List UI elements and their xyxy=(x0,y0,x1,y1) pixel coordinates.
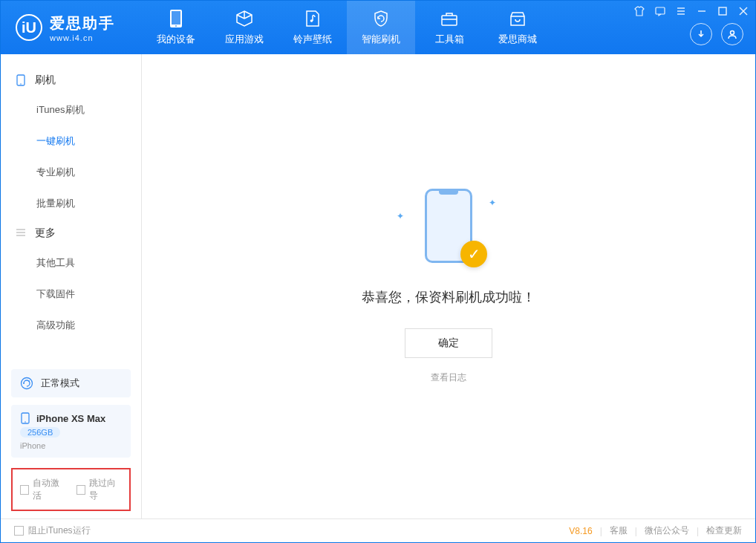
svg-rect-6 xyxy=(656,7,665,14)
sidebar-item-other-tools[interactable]: 其他工具 xyxy=(16,247,126,279)
sidebar-section-flash: 刷机 xyxy=(16,66,126,94)
view-log-link[interactable]: 查看日志 xyxy=(431,371,466,384)
sidebar: 刷机 iTunes刷机 一键刷机 专业刷机 批量刷机 更多 其他工具 下载固件 … xyxy=(1,54,142,518)
feedback-icon[interactable] xyxy=(654,5,666,17)
main-content: ✦ ✦ ✓ 恭喜您，保资料刷机成功啦！ 确定 查看日志 xyxy=(142,54,755,518)
checkbox-icon xyxy=(20,485,29,495)
app-name: 爱思助手 xyxy=(50,13,115,33)
sparkle-icon: ✦ xyxy=(397,211,404,221)
svg-point-21 xyxy=(23,383,25,384)
svg-point-2 xyxy=(175,25,177,27)
download-button[interactable] xyxy=(690,23,712,45)
svg-point-20 xyxy=(22,378,33,389)
sidebar-item-itunes-flash[interactable]: iTunes刷机 xyxy=(16,94,126,126)
footer-link-support[interactable]: 客服 xyxy=(610,524,628,537)
mode-label: 正常模式 xyxy=(41,377,79,390)
block-itunes-label[interactable]: 阻止iTunes运行 xyxy=(28,524,91,537)
window-controls xyxy=(633,5,749,17)
app-site: www.i4.cn xyxy=(50,33,115,42)
sidebar-item-download-firmware[interactable]: 下载固件 xyxy=(16,279,126,310)
tab-toolbox[interactable]: 工具箱 xyxy=(415,1,483,54)
sparkle-icon: ✦ xyxy=(489,198,496,208)
maximize-icon[interactable] xyxy=(717,5,729,17)
sidebar-item-batch-flash[interactable]: 批量刷机 xyxy=(16,188,126,219)
sidebar-section-more: 更多 xyxy=(16,219,126,247)
toolbox-icon xyxy=(440,9,459,28)
tab-ringtones-wallpapers[interactable]: 铃声壁纸 xyxy=(278,1,347,54)
mode-box[interactable]: 正常模式 xyxy=(11,369,131,397)
shield-refresh-icon xyxy=(371,9,391,28)
user-button[interactable] xyxy=(721,23,743,45)
list-icon xyxy=(16,227,27,239)
svg-rect-11 xyxy=(719,7,726,15)
svg-point-22 xyxy=(28,380,30,382)
success-illustration: ✦ ✦ ✓ xyxy=(397,189,501,270)
svg-point-24 xyxy=(25,421,26,423)
device-type: iPhone xyxy=(20,441,122,450)
checkbox-skip-guide[interactable]: 跳过向导 xyxy=(76,477,123,502)
tab-store[interactable]: 爱思商城 xyxy=(483,1,552,54)
music-file-icon xyxy=(303,9,322,28)
menu-icon[interactable] xyxy=(675,5,687,17)
device-box[interactable]: iPhone XS Max 256GB iPhone xyxy=(11,405,131,458)
minimize-icon[interactable] xyxy=(696,5,708,17)
svg-point-16 xyxy=(20,83,22,85)
close-icon[interactable] xyxy=(737,5,749,17)
device-phone-icon xyxy=(20,412,30,424)
svg-rect-1 xyxy=(172,11,180,25)
footer-link-update[interactable]: 检查更新 xyxy=(706,524,742,537)
cube-icon xyxy=(235,9,254,28)
svg-point-14 xyxy=(731,31,734,35)
shirt-icon[interactable] xyxy=(633,5,645,17)
footer-link-wechat[interactable]: 微信公众号 xyxy=(645,524,689,537)
success-message: 恭喜您，保资料刷机成功啦！ xyxy=(362,288,535,306)
tab-smart-flash[interactable]: 智能刷机 xyxy=(347,1,415,54)
tab-apps-games[interactable]: 应用游戏 xyxy=(210,1,278,54)
checkbox-icon xyxy=(76,485,85,495)
checkbox-auto-activate[interactable]: 自动激活 xyxy=(20,477,66,502)
app-logo-icon: iU xyxy=(16,14,42,41)
header-action-buttons xyxy=(690,23,743,45)
checkbox-icon[interactable] xyxy=(14,526,24,536)
tab-my-device[interactable]: 我的设备 xyxy=(142,1,210,54)
logo-area: iU 爱思助手 www.i4.cn xyxy=(1,13,142,42)
statusbar: 阻止iTunes运行 V8.16 | 客服 | 微信公众号 | 检查更新 xyxy=(1,518,755,542)
svg-point-3 xyxy=(310,19,313,22)
success-check-icon: ✓ xyxy=(460,241,487,267)
sidebar-item-pro-flash[interactable]: 专业刷机 xyxy=(16,157,126,188)
app-window: iU 爱思助手 www.i4.cn 我的设备 应用游戏 铃声壁纸 智能刷机 xyxy=(0,0,756,543)
device-icon xyxy=(166,9,186,28)
highlighted-options: 自动激活 跳过向导 xyxy=(11,468,131,511)
sidebar-item-oneclick-flash[interactable]: 一键刷机 xyxy=(16,126,126,157)
nav-tabs: 我的设备 应用游戏 铃声壁纸 智能刷机 工具箱 爱思商城 xyxy=(142,1,552,54)
device-capacity: 256GB xyxy=(20,427,60,438)
version-label: V8.16 xyxy=(569,526,592,536)
body: 刷机 iTunes刷机 一键刷机 专业刷机 批量刷机 更多 其他工具 下载固件 … xyxy=(1,54,755,518)
phone-icon xyxy=(16,74,27,86)
device-name: iPhone XS Max xyxy=(36,413,105,424)
svg-rect-4 xyxy=(442,16,457,25)
sidebar-item-advanced[interactable]: 高级功能 xyxy=(16,310,126,341)
store-icon xyxy=(508,9,527,28)
titlebar: iU 爱思助手 www.i4.cn 我的设备 应用游戏 铃声壁纸 智能刷机 xyxy=(1,1,755,54)
refresh-icon xyxy=(20,377,33,390)
ok-button[interactable]: 确定 xyxy=(405,328,492,358)
